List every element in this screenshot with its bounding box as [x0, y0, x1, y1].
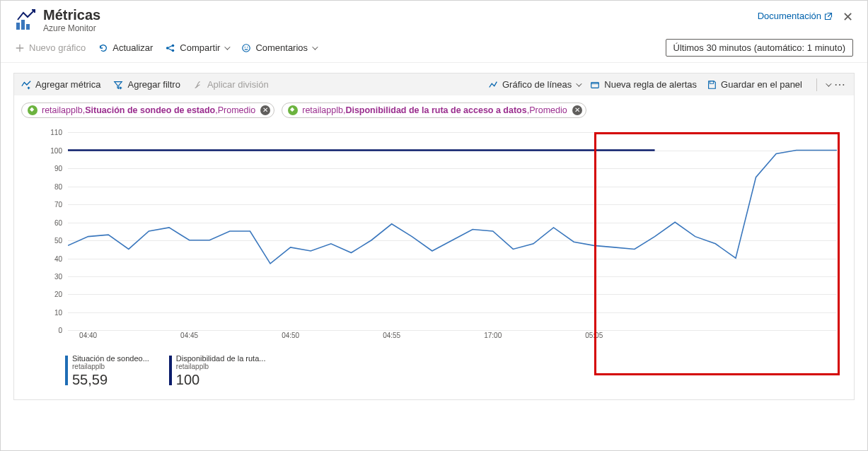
legend-value: 55,59 [72, 372, 149, 388]
legend-color-bar [169, 356, 172, 385]
metric-chip[interactable]: retailapplb, Disponibilidad de la ruta d… [282, 102, 586, 118]
close-icon[interactable]: ✕ [843, 9, 853, 25]
time-range-picker[interactable]: Últimos 30 minutos (automático: 1 minuto… [666, 39, 853, 57]
divider [816, 78, 817, 91]
chevron-down-icon[interactable] [826, 81, 831, 86]
page-title: Métricas [43, 6, 100, 23]
feedback-button[interactable]: Comentarios [241, 42, 316, 53]
new-chart-button[interactable]: Nuevo gráfico [15, 42, 86, 53]
svg-rect-1 [21, 20, 25, 30]
title-block: Métricas Azure Monitor [15, 6, 758, 33]
x-axis-labels: 04:4004:4504:5004:5517:0005:05 [68, 332, 837, 344]
chart-panel: Agregar métrica Agregar filtro Aplicar d… [13, 73, 855, 400]
legend-color-bar [65, 356, 68, 385]
add-metric-button[interactable]: Agregar métrica [21, 79, 100, 90]
metrics-icon [15, 8, 37, 31]
page-header: Métricas Azure Monitor Documentación ✕ [1, 1, 867, 36]
page-subtitle: Azure Monitor [43, 23, 100, 33]
legend-resource: retailapplb [72, 363, 149, 370]
metric-chips-row: retailapplb, Situación de sondeo de esta… [14, 95, 854, 122]
refresh-button[interactable]: Actualizar [98, 42, 153, 53]
svg-point-7 [245, 47, 245, 47]
svg-rect-0 [16, 23, 20, 30]
add-filter-button[interactable]: Agregar filtro [113, 79, 180, 90]
command-bar: Nuevo gráfico Actualizar Compartir Comen… [1, 36, 867, 63]
chevron-down-icon [225, 44, 231, 49]
chart-type-dropdown[interactable]: Gráfico de líneas [488, 79, 580, 90]
svg-rect-2 [26, 24, 30, 30]
legend-item[interactable]: Disponibilidad de la ruta...retailapplb1… [169, 354, 266, 388]
chart-area: 0102030405060708090100110 04:4004:4504:5… [31, 132, 837, 344]
new-alert-rule-button[interactable]: Nueva regla de alertas [590, 79, 697, 90]
share-button[interactable]: Compartir [166, 42, 228, 53]
save-to-dashboard-button[interactable]: Guardar en el panel [707, 79, 802, 90]
legend-item[interactable]: Situación de sondeo...retailapplb55,59 [65, 354, 149, 388]
svg-point-4 [172, 45, 175, 47]
chevron-down-icon [576, 81, 581, 86]
chart-toolbar: Agregar métrica Agregar filtro Aplicar d… [14, 74, 854, 95]
legend-title: Disponibilidad de la ruta... [176, 354, 266, 363]
documentation-link[interactable]: Documentación [758, 11, 833, 21]
legend-value: 100 [176, 372, 266, 388]
more-options-button[interactable]: ⋯ [834, 78, 847, 91]
chevron-down-icon [312, 44, 318, 49]
svg-point-5 [172, 49, 175, 52]
svg-point-3 [166, 47, 169, 49]
remove-chip-icon[interactable]: ✕ [572, 105, 582, 115]
resource-icon [288, 105, 298, 115]
apply-split-button[interactable]: Aplicar división [193, 79, 269, 90]
chart-plot[interactable] [68, 132, 837, 330]
legend-resource: retailapplb [176, 363, 266, 370]
remove-chip-icon[interactable]: ✕ [260, 105, 270, 115]
resource-icon [28, 105, 37, 115]
svg-point-8 [247, 47, 248, 47]
metric-chip[interactable]: retailapplb, Situación de sondeo de esta… [21, 102, 274, 118]
y-axis-labels: 0102030405060708090100110 [31, 132, 65, 330]
chart-legend: Situación de sondeo...retailapplb55,59Di… [14, 350, 854, 399]
svg-point-6 [243, 45, 250, 52]
legend-title: Situación de sondeo... [72, 354, 149, 363]
